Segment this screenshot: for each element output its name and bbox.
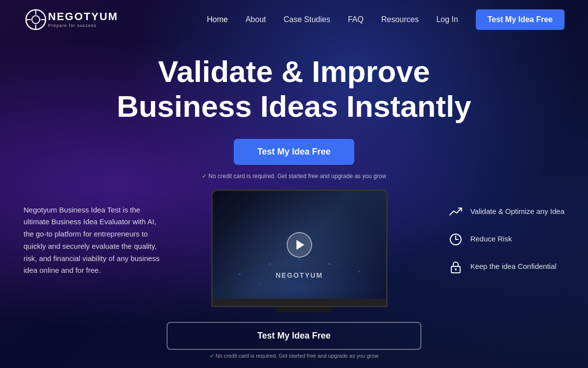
feature-validate-label: Validate & Optimize any Idea — [470, 204, 564, 216]
laptop-base — [213, 299, 386, 306]
hero-section: Validate & Improve Business Ideas Instan… — [0, 39, 588, 180]
play-button[interactable] — [287, 232, 312, 258]
play-triangle-icon — [296, 240, 304, 250]
laptop-stand — [275, 307, 334, 312]
navbar: NEGOTYUM Prepare for success Home About … — [0, 0, 588, 39]
left-description: Negotyum Business Idea Test is the ultim… — [24, 189, 161, 277]
feature-confidential: Keep the idea Confidential — [448, 259, 564, 275]
right-features: Validate & Optimize any Idea Reduce Risk… — [448, 189, 564, 275]
feature-risk: Reduce Risk — [448, 232, 564, 247]
nav-case-studies[interactable]: Case Studies — [284, 15, 330, 24]
main-content: Negotyum Business Idea Test is the ultim… — [0, 180, 588, 312]
laptop-frame: NEGOTYUM — [211, 189, 388, 307]
svg-line-10 — [329, 264, 359, 271]
hero-title-line1: Validate & Improve — [158, 54, 430, 88]
hero-sub-label: No credit card is required. Get started … — [208, 173, 386, 180]
check-icon: ✓ — [202, 173, 207, 180]
nav-home[interactable]: Home — [207, 15, 228, 24]
nav-resources[interactable]: Resources — [381, 15, 418, 24]
bottom-cta-button[interactable]: Test My Idea Free — [167, 322, 421, 350]
bottom-check-icon: ✓ — [210, 353, 214, 359]
nav-cta-button[interactable]: Test My Idea Free — [476, 9, 564, 30]
svg-point-15 — [269, 263, 270, 264]
hero-cta-button[interactable]: Test My Idea Free — [234, 139, 354, 165]
trending-up-icon — [448, 204, 464, 220]
svg-line-9 — [299, 259, 329, 263]
video-mockup: NEGOTYUM — [211, 189, 397, 312]
logo: NEGOTYUM Prepare for success — [24, 7, 118, 32]
bottom-cta-section: Test My Idea Free ✓ No credit card is re… — [0, 322, 588, 359]
hero-sub-text: ✓ No credit card is required. Get starte… — [0, 173, 588, 180]
bottom-cta-sub: ✓ No credit card is required. Get starte… — [167, 353, 421, 359]
svg-line-8 — [270, 259, 299, 263]
hero-title-line2: Business Ideas Instantly — [117, 89, 471, 123]
nav-faq[interactable]: FAQ — [348, 15, 364, 24]
svg-point-24 — [455, 268, 457, 270]
feature-confidential-label: Keep the idea Confidential — [470, 259, 557, 271]
svg-point-16 — [298, 258, 300, 260]
logo-text: NEGOTYUM Prepare for success — [48, 11, 118, 28]
feature-risk-label: Reduce Risk — [470, 232, 512, 244]
hero-title: Validate & Improve Business Ideas Instan… — [0, 54, 588, 124]
svg-point-18 — [358, 270, 360, 272]
nav-links: Home About Case Studies FAQ Resources Lo… — [207, 9, 564, 30]
nav-about[interactable]: About — [245, 15, 266, 24]
svg-point-17 — [328, 263, 330, 264]
logo-icon — [24, 7, 48, 32]
nav-login[interactable]: Log In — [436, 15, 458, 24]
clock-icon — [448, 232, 464, 247]
svg-point-19 — [259, 283, 260, 285]
bottom-cta-sub-label: No credit card is required. Get started … — [216, 353, 379, 359]
brand-tagline: Prepare for success — [48, 23, 118, 28]
brand-name: NEGOTYUM — [48, 11, 118, 22]
laptop-screen: NEGOTYUM — [213, 191, 386, 299]
feature-validate: Validate & Optimize any Idea — [448, 204, 564, 220]
svg-point-1 — [32, 16, 40, 24]
svg-point-14 — [239, 273, 241, 275]
video-watermark: NEGOTYUM — [275, 271, 323, 279]
lock-icon — [448, 259, 464, 275]
